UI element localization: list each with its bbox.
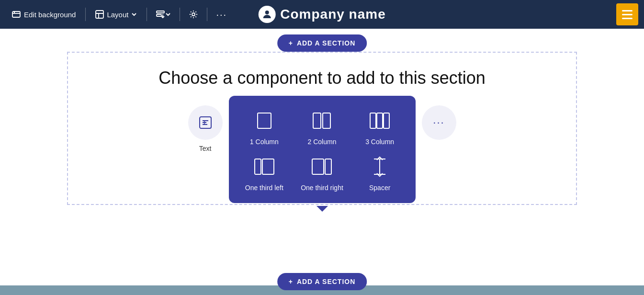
- gear-icon: [189, 10, 198, 19]
- toolbar-divider-4: [207, 8, 207, 21]
- more-options-button[interactable]: ···: [211, 6, 232, 23]
- svg-rect-4: [157, 14, 161, 16]
- add-section-top: + ADD A SECTION: [277, 34, 367, 52]
- toolbar: Edit background Layout: [0, 0, 644, 29]
- toolbar-divider-2: [147, 8, 147, 21]
- svg-point-1: [14, 12, 15, 13]
- hamburger-button[interactable]: [616, 3, 638, 25]
- svg-rect-2: [96, 11, 103, 18]
- layout-chevron-icon: [131, 11, 137, 17]
- text-icon: T: [198, 115, 213, 130]
- add-section-top-button[interactable]: + ADD A SECTION: [277, 34, 367, 52]
- svg-rect-3: [157, 11, 164, 13]
- layout-grid: 1 Column 2 Column: [238, 107, 406, 192]
- layout-item-spacer[interactable]: Spacer: [354, 153, 406, 192]
- one-column-icon: [254, 110, 275, 131]
- more-dots-icon: ···: [433, 116, 444, 129]
- svg-rect-13: [370, 113, 376, 128]
- layout-label-one-third-right: One third right: [301, 184, 343, 192]
- layout-item-2-column[interactable]: 2 Column: [296, 107, 348, 146]
- add-section-bottom-plus: +: [289, 278, 293, 285]
- align-button[interactable]: [151, 7, 176, 22]
- component-more[interactable]: ···: [422, 105, 456, 140]
- add-section-bottom-label: ADD A SECTION: [297, 278, 355, 285]
- svg-point-6: [265, 11, 269, 14]
- svg-text:T: T: [203, 120, 206, 125]
- edit-background-label: Edit background: [24, 11, 76, 19]
- align-chevron-icon: [165, 11, 171, 17]
- svg-rect-0: [12, 11, 20, 17]
- layout-label-1-column: 1 Column: [250, 138, 279, 146]
- company-name-area: Company name: [258, 6, 386, 23]
- layout-button[interactable]: Layout: [90, 7, 143, 22]
- toolbar-right: [616, 3, 638, 25]
- two-column-icon: [311, 110, 332, 131]
- main-area: + ADD A SECTION Choose a component to ad…: [0, 29, 644, 295]
- components-row: T Text Button: [78, 105, 566, 152]
- svg-rect-15: [384, 113, 389, 128]
- one-third-right-icon: [311, 156, 332, 177]
- add-section-top-plus: +: [289, 39, 293, 47]
- layout-label-3-column: 3 Column: [365, 138, 394, 146]
- svg-rect-14: [377, 113, 383, 128]
- layout-item-one-third-left[interactable]: One third left: [238, 153, 291, 192]
- component-text[interactable]: T Text: [188, 105, 223, 152]
- text-label: Text: [199, 145, 212, 152]
- section-container: Choose a component to add to this sectio…: [67, 52, 577, 205]
- one-third-left-icon: [254, 156, 275, 177]
- choose-title: Choose a component to add to this sectio…: [78, 68, 566, 88]
- more-circle: ···: [422, 105, 456, 140]
- ellipsis-icon: ···: [216, 9, 227, 20]
- logo-icon: [261, 9, 272, 20]
- add-section-bottom: + ADD A SECTION: [277, 273, 367, 290]
- three-column-icon: [369, 110, 390, 131]
- spacer-icon: [369, 156, 390, 177]
- layout-label: Layout: [107, 11, 128, 19]
- spacer-icon-container: [366, 153, 393, 180]
- edit-background-button[interactable]: Edit background: [6, 7, 81, 22]
- layout-label-2-column: 2 Column: [308, 138, 337, 146]
- settings-button[interactable]: [184, 7, 203, 22]
- layout-label-spacer: Spacer: [369, 184, 390, 192]
- svg-rect-11: [313, 113, 321, 128]
- three-column-icon-container: [366, 107, 393, 134]
- toolbar-divider-1: [85, 8, 86, 21]
- svg-rect-17: [262, 159, 274, 174]
- two-column-icon-container: [308, 107, 335, 134]
- company-name-text: Company name: [280, 7, 386, 22]
- svg-point-5: [192, 13, 195, 16]
- svg-rect-16: [255, 159, 261, 174]
- add-section-bottom-button[interactable]: + ADD A SECTION: [277, 273, 367, 290]
- hamburger-icon: [622, 10, 633, 19]
- company-logo: [258, 6, 275, 23]
- align-icon: [156, 10, 165, 19]
- svg-rect-19: [325, 159, 331, 174]
- one-column-icon-container: [251, 107, 278, 134]
- one-third-left-icon-container: [251, 153, 278, 180]
- layout-label-one-third-left: One third left: [245, 184, 283, 192]
- one-third-right-icon-container: [308, 153, 335, 180]
- text-circle: T: [188, 105, 223, 140]
- layout-item-3-column[interactable]: 3 Column: [354, 107, 406, 146]
- svg-rect-18: [312, 159, 324, 174]
- svg-rect-12: [323, 113, 330, 128]
- toolbar-divider-3: [180, 8, 180, 21]
- layout-popup: 1 Column 2 Column: [229, 96, 416, 203]
- svg-rect-10: [258, 113, 271, 128]
- toolbar-left: Edit background Layout: [6, 6, 232, 23]
- layout-item-1-column[interactable]: 1 Column: [238, 107, 291, 146]
- add-section-top-label: ADD A SECTION: [297, 39, 355, 47]
- layout-item-one-third-right[interactable]: One third right: [296, 153, 348, 192]
